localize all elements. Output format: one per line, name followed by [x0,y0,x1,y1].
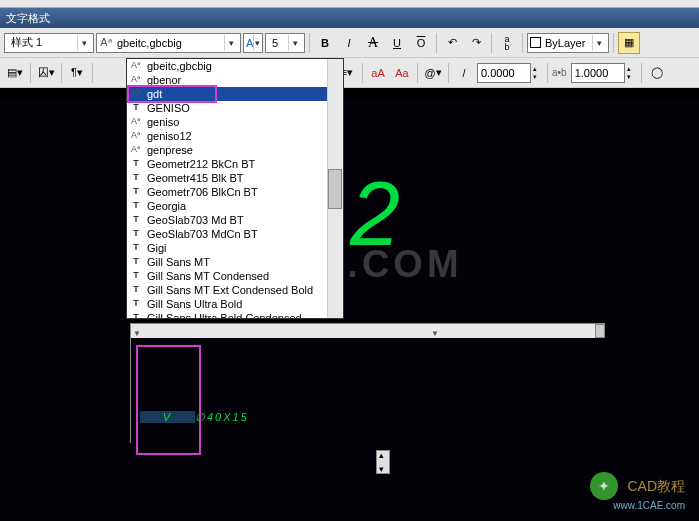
truetype-font-icon: T [129,200,143,212]
canvas-text-2: 2 [350,163,400,266]
italic-button[interactable]: I [338,32,360,54]
font-list-item[interactable]: TGill Sans MT Ext Condensed Bold [127,283,343,297]
text-toolbar-2: ▤▾ 囚▾ ¶▾ ≡▾ aA Aa @▾ / 0.0000 ▴ ▾ a•b 1.… [0,58,699,88]
columns-button[interactable]: ▤▾ [4,62,26,84]
separator [30,63,31,83]
drawing-canvas[interactable]: 2 1CAE.COM V∅40X15 ✦ CAD教程 www.1CAE.com [0,98,699,521]
font-list-item[interactable]: TGeoSlab703 Md BT [127,213,343,227]
text-color-dropdown[interactable]: ByLayer [527,33,609,53]
top-strip [0,0,699,8]
mtext-align-button[interactable]: 囚▾ [35,62,57,84]
mtext-rest[interactable]: ∅40X15 [195,411,249,423]
spin-down-icon[interactable]: ▾ [533,73,543,81]
tracking-spinner[interactable]: ▴ ▾ [533,65,543,81]
scrollbar-thumb[interactable] [328,169,342,209]
truetype-font-icon: T [129,242,143,254]
truetype-font-icon: T [129,298,143,310]
font-list-item[interactable]: TGeometr415 Blk BT [127,171,343,185]
truetype-font-icon: T [129,214,143,226]
font-list-item[interactable]: TGill Sans MT Condensed [127,269,343,283]
separator [547,63,548,83]
para-menu-button[interactable]: ¶▾ [66,62,88,84]
spin-down-icon[interactable]: ▾ [627,73,637,81]
mtext-ruler[interactable] [131,324,605,338]
text-style-value: 样式 1 [7,35,77,50]
font-item-label: Geometr212 BkCn BT [147,158,255,170]
ruler-handle[interactable] [595,324,605,338]
font-dropdown-list[interactable]: Aᵃgbeitc,gbcbigAᵃgbenorAᵃgdtTGENISOAᵃgen… [126,58,344,319]
separator [491,33,492,53]
truetype-font-icon: T [129,158,143,170]
truetype-font-icon: T [129,284,143,296]
font-list-item[interactable]: Aᵃgbeitc,gbcbig [127,59,343,73]
spin-up-icon[interactable]: ▴ [533,65,543,73]
chevron-down-icon[interactable] [288,35,302,51]
truetype-font-icon: T [129,172,143,184]
tracking-field[interactable]: 0.0000 [477,63,531,83]
width-spinner[interactable]: ▴ ▾ [627,65,637,81]
font-list-item[interactable]: TGill Sans Ultra Bold [127,297,343,311]
font-list-item[interactable]: TGeoSlab703 MdCn BT [127,227,343,241]
separator [641,63,642,83]
separator [522,33,523,53]
font-list-item[interactable]: Aᵃgdt [127,87,343,101]
annotative-dropdown[interactable]: A [243,33,263,53]
uppercase-button[interactable]: aA [367,62,389,84]
bold-button[interactable]: B [314,32,336,54]
stack-button[interactable]: ab [496,32,518,54]
font-list-item[interactable]: TGill Sans Ultra Bold Condensed [127,311,343,318]
oblique-button[interactable]: / [453,62,475,84]
indent-marker-first[interactable] [133,326,143,336]
undo-button[interactable]: ↶ [441,32,463,54]
options-button[interactable]: ◯ [646,62,668,84]
shx-font-icon: Aᵃ [99,36,113,50]
annotative-icon: A [246,37,253,49]
underline-button[interactable]: U [386,32,408,54]
font-list-item[interactable]: Aᵃgenprese [127,143,343,157]
separator [436,33,437,53]
font-item-label: Gill Sans MT Condensed [147,270,269,282]
chevron-down-icon[interactable] [253,35,260,51]
ruler-button[interactable]: ▦ [618,32,640,54]
font-list-item[interactable]: TGeometr706 BlkCn BT [127,185,343,199]
chevron-down-icon[interactable] [592,35,606,51]
font-list-item[interactable]: TGill Sans MT [127,255,343,269]
wechat-icon: ✦ [590,472,618,500]
font-item-label: gbenor [147,74,181,86]
font-list-item[interactable]: Aᵃgeniso [127,115,343,129]
scrollbar[interactable] [327,59,343,318]
mtext-content[interactable]: V∅40X15 [140,348,249,440]
spin-up-icon[interactable]: ▴ [627,65,637,73]
symbol-button[interactable]: @▾ [422,62,444,84]
overline-button[interactable]: O [410,32,432,54]
shx-font-icon: Aᵃ [129,60,143,72]
font-list-item[interactable]: TGENISO [127,101,343,115]
tracking-value: 0.0000 [481,67,515,79]
font-item-label: Gill Sans Ultra Bold Condensed [147,312,302,318]
indent-marker-right[interactable] [431,326,441,336]
font-list-item[interactable]: Aᵃgeniso12 [127,129,343,143]
watermark-corner-sub: www.1CAE.com [590,500,685,511]
lowercase-button[interactable]: Aa [391,62,413,84]
separator [362,63,363,83]
font-item-label: Geometr706 BlkCn BT [147,186,258,198]
width-factor-field[interactable]: 1.0000 [571,63,625,83]
font-size-dropdown[interactable]: 5 [265,33,305,53]
strike-button[interactable]: A [362,32,384,54]
redo-button[interactable]: ↷ [465,32,487,54]
font-family-dropdown[interactable]: Aᵃ gbeitc,gbcbig [96,33,241,53]
font-list-item[interactable]: TGeorgia [127,199,343,213]
font-list-item[interactable]: Aᵃgbenor [127,73,343,87]
separator [448,63,449,83]
mtext-height-spinner[interactable] [376,450,390,474]
chevron-down-icon[interactable] [224,35,238,51]
color-swatch [530,37,541,48]
chevron-down-icon[interactable] [77,35,91,51]
font-item-label: Gill Sans MT Ext Condensed Bold [147,284,313,296]
mtext-selected-char[interactable]: V [140,411,195,423]
font-list-item[interactable]: TGigi [127,241,343,255]
text-style-dropdown[interactable]: 样式 1 [4,33,94,53]
font-list-item[interactable]: TGeometr212 BkCn BT [127,157,343,171]
panel-title-text: 文字格式 [6,12,50,24]
font-item-label: gdt [147,88,162,100]
